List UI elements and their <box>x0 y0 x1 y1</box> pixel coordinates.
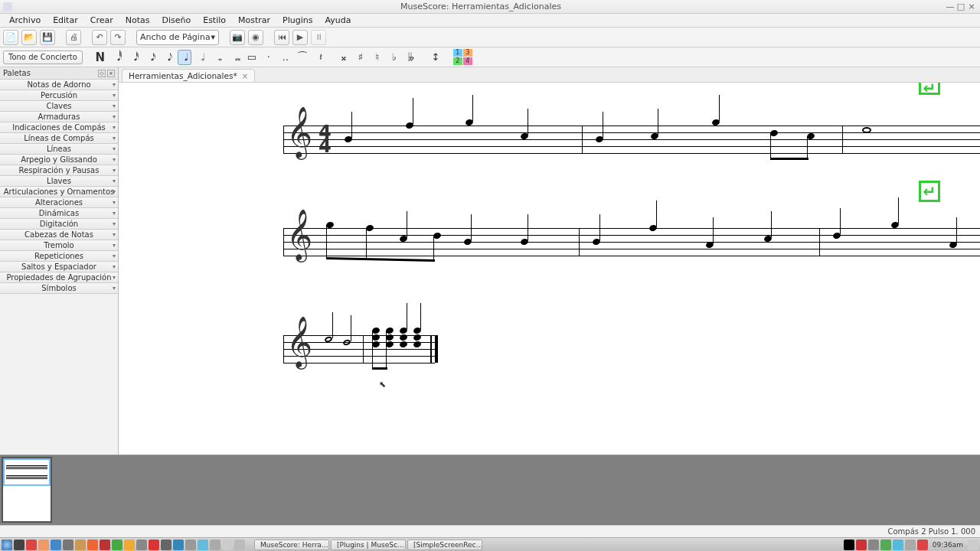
systray-icon[interactable] <box>917 540 928 550</box>
duration-64th[interactable]: 𝅘𝅥𝅱 <box>110 50 124 65</box>
duration-half[interactable]: 𝅗𝅥 <box>194 50 208 65</box>
flip-direction-button[interactable]: ↕ <box>429 50 443 65</box>
natural-button[interactable]: ♮ <box>371 50 384 65</box>
tray-icon[interactable] <box>63 540 74 550</box>
rewind-button[interactable]: ⏮ <box>274 30 289 45</box>
menu-ayuda[interactable]: Ayuda <box>319 14 358 27</box>
systray-icon[interactable] <box>968 540 978 550</box>
tray-icon[interactable] <box>87 540 98 550</box>
note-input-toggle[interactable]: N <box>93 50 107 65</box>
double-flat-button[interactable]: 𝄫 <box>404 50 418 65</box>
palette-item[interactable]: Claves▾ <box>0 101 118 112</box>
palette-close-icon[interactable]: × <box>107 70 115 77</box>
taskbar-app-musescore[interactable]: MuseScore: Herra… <box>254 540 329 550</box>
duration-16th[interactable]: 𝅘𝅥𝅯 <box>144 50 158 65</box>
tray-icon[interactable] <box>161 540 172 550</box>
taskbar-app-recorder[interactable]: [SimpleScreenRec… <box>407 540 482 550</box>
duration-longa[interactable]: ▭ <box>245 50 259 65</box>
tray-icon[interactable] <box>222 540 233 550</box>
tray-icon[interactable] <box>173 540 184 550</box>
palette-item[interactable]: Armaduras▾ <box>0 112 118 122</box>
tab-close-icon[interactable]: × <box>242 72 248 80</box>
menu-crear[interactable]: Crear <box>84 14 119 27</box>
tray-icon[interactable] <box>38 540 49 550</box>
play-button[interactable]: ▶ <box>292 30 308 45</box>
close-button[interactable]: × <box>966 2 977 11</box>
image-capture-button[interactable]: 📷 <box>230 30 245 45</box>
duration-32nd[interactable]: 𝅘𝅥𝅰 <box>127 50 141 65</box>
minimize-button[interactable]: — <box>945 2 956 11</box>
tray-icon[interactable] <box>124 540 135 550</box>
duration-whole[interactable]: 𝅝 <box>211 50 225 65</box>
palette-item[interactable]: Repeticiones▾ <box>0 251 118 262</box>
new-file-button[interactable]: 📄 <box>3 30 18 45</box>
rest-button[interactable]: 𝄽 <box>312 50 326 65</box>
taskbar-clock[interactable]: 09:36am <box>933 541 963 549</box>
pause-button[interactable]: ⏸ <box>311 30 326 45</box>
palette-item[interactable]: Líneas▾ <box>0 144 118 155</box>
tray-icon[interactable] <box>149 540 159 550</box>
systray-icon[interactable] <box>880 540 891 550</box>
tray-icon[interactable] <box>26 540 37 550</box>
menu-notas[interactable]: Notas <box>119 14 156 27</box>
systray-icon[interactable] <box>905 540 916 550</box>
duration-quarter[interactable]: 𝅘𝅥 <box>178 50 191 65</box>
tray-icon[interactable] <box>51 540 61 550</box>
palette-item[interactable]: Percusión▾ <box>0 90 118 101</box>
tray-icon[interactable] <box>136 540 147 550</box>
save-button[interactable]: 💾 <box>40 30 55 45</box>
double-dot-button[interactable]: ‥ <box>279 50 292 65</box>
double-sharp-button[interactable]: 𝄪 <box>337 50 351 65</box>
systray-icon[interactable] <box>856 540 867 550</box>
palette-item[interactable]: Propiedades de Agrupación▾ <box>0 272 118 283</box>
voice-3-button[interactable]: 3 <box>463 49 472 57</box>
voice-4-button[interactable]: 4 <box>463 57 472 65</box>
tray-icon[interactable] <box>185 540 196 550</box>
palette-undock-icon[interactable]: ◇ <box>98 70 106 77</box>
palette-item[interactable]: Articulaciones y Ornamentos▾ <box>0 187 118 197</box>
systray-icon[interactable] <box>893 540 903 550</box>
voice-1-button[interactable]: 1 <box>453 49 462 57</box>
tray-icon[interactable] <box>210 540 220 550</box>
palette-item[interactable]: Tremolo▾ <box>0 240 118 251</box>
systray-icon[interactable] <box>844 540 854 550</box>
navigator-thumbnail[interactable] <box>2 457 52 523</box>
document-tab[interactable]: Herramientas_Adicionales* × <box>122 69 255 82</box>
palette-item[interactable]: Saltos y Espaciador▾ <box>0 262 118 272</box>
palette-item[interactable]: Llaves▾ <box>0 176 118 187</box>
zoom-select[interactable]: Ancho de Página ▾ <box>136 30 219 45</box>
palette-item[interactable]: Cabezas de Notas▾ <box>0 230 118 240</box>
tray-icon[interactable] <box>14 540 24 550</box>
menu-archivo[interactable]: Archivo <box>3 14 47 27</box>
tray-icon[interactable] <box>234 540 245 550</box>
tie-button[interactable]: ⁀ <box>296 50 309 65</box>
duration-breve[interactable]: 𝅜 <box>228 50 242 65</box>
open-file-button[interactable]: 📂 <box>21 30 37 45</box>
duration-8th[interactable]: 𝅘𝅥𝅮 <box>161 50 175 65</box>
metronome-button[interactable]: ◉ <box>248 30 263 45</box>
palette-item[interactable]: Símbolos▾ <box>0 283 118 294</box>
palette-item[interactable]: Dinámicas▾ <box>0 208 118 219</box>
navigator-panel[interactable] <box>0 455 980 525</box>
system-break-marker[interactable]: ↵ <box>919 83 940 95</box>
print-button[interactable]: 🖨 <box>66 30 81 45</box>
menu-estilo[interactable]: Estilo <box>197 14 232 27</box>
flat-button[interactable]: ♭ <box>387 50 401 65</box>
menu-diseno[interactable]: Diseño <box>155 14 197 27</box>
palette-item[interactable]: Notas de Adorno▾ <box>0 80 118 90</box>
palette-item[interactable]: Digitación▾ <box>0 219 118 230</box>
maximize-button[interactable]: □ <box>956 2 966 11</box>
tray-icon[interactable] <box>100 540 110 550</box>
concert-pitch-button[interactable]: Tono de Concierto <box>3 51 83 64</box>
palette-item[interactable]: Líneas de Compás▾ <box>0 133 118 144</box>
tray-icon[interactable] <box>198 540 208 550</box>
tray-icon[interactable] <box>75 540 86 550</box>
start-menu-icon[interactable] <box>2 540 12 550</box>
systray-icon[interactable] <box>868 540 879 550</box>
score-canvas[interactable]: ↵ ↵ 𝄞 44 <box>119 83 980 455</box>
tray-icon[interactable] <box>112 540 122 550</box>
palette-item[interactable]: Respiración y Pausas▾ <box>0 165 118 176</box>
system-break-marker[interactable]: ↵ <box>919 181 940 202</box>
voice-2-button[interactable]: 2 <box>453 57 462 65</box>
undo-button[interactable]: ↶ <box>92 30 107 45</box>
